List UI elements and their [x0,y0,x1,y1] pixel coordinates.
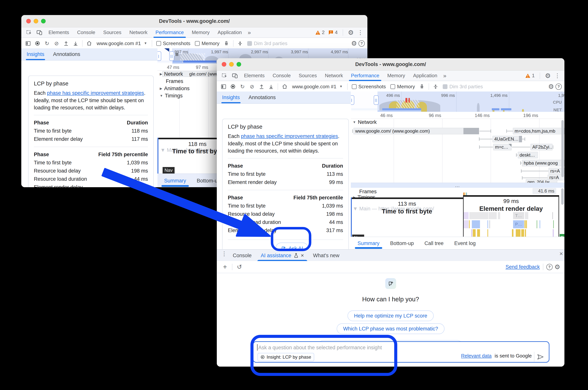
window-controls[interactable] [222,62,241,67]
flame-segment[interactable] [487,220,488,228]
selection-handle-left[interactable]: | [351,95,354,105]
help-icon[interactable]: ? [546,264,553,270]
issues-badge[interactable]: 4 [328,30,338,35]
tab-summary[interactable]: Summary [358,237,380,249]
tab-application[interactable]: Application [214,27,246,38]
tab-network[interactable]: Network [125,27,151,38]
window-titlebar[interactable]: DevTools - www.google.com/ [21,15,367,27]
subtab-insights[interactable]: Insights [222,92,240,103]
settings-gear-icon[interactable]: ⚙ [348,29,354,36]
help-icon[interactable]: ? [359,40,365,47]
subtab-annotations[interactable]: Annotations [53,48,80,60]
tab-memory[interactable]: Memory [188,27,214,38]
screenshots-checkbox[interactable]: Screenshots [155,41,192,47]
flame-segment[interactable] [521,229,524,237]
minimize-window-button[interactable] [34,19,38,23]
more-tabs-icon[interactable]: » [246,27,253,38]
collapse-rows-icon[interactable] [236,39,244,47]
new-chat-icon[interactable]: + [221,263,229,271]
lcp-by-phase-card[interactable]: LCP by phase Each phase has specific imp… [222,119,349,259]
flame-segment[interactable] [469,212,488,219]
tab-sources[interactable]: Sources [99,27,125,38]
close-tab-icon[interactable]: × [301,252,304,258]
home-icon[interactable] [85,39,93,47]
tab-elements[interactable]: Elements [45,27,73,38]
tab-event-log[interactable]: Event log [454,237,476,249]
network-request-bar[interactable]: 4UaGrEN… [493,136,522,142]
close-drawer-icon[interactable]: × [557,250,564,258]
improvement-strategies-link[interactable]: phase has specific improvement strategie… [47,90,144,96]
flame-segment[interactable] [525,220,526,228]
reload-record-icon[interactable]: ↻ [238,83,246,91]
flame-segment[interactable] [512,229,513,237]
home-icon[interactable] [281,83,289,91]
tab-bottom-up[interactable]: Bottom-up [390,237,414,249]
improvement-strategies-link[interactable]: phase has specific improvement strategie… [241,133,338,139]
flame-segment[interactable] [477,229,480,237]
network-request-bar[interactable]: m=c… [493,144,512,150]
reload-record-icon[interactable]: ↻ [43,39,51,47]
tab-performance[interactable]: Performance [347,71,383,81]
selection-handle-right[interactable]: || [374,95,379,105]
flame-segment[interactable] [553,220,554,228]
subtab-insights[interactable]: Insights [27,48,44,60]
help-icon[interactable]: ? [555,84,562,90]
timeline-overview[interactable]: | || 496 ms 996 ms 1,496 ms 1,996 CPU NE… [351,92,564,112]
save-profile-icon[interactable] [267,83,275,91]
window-titlebar[interactable]: DevTools - www.google.com/ [217,58,564,71]
flame-segment-task[interactable]: T… [513,212,524,219]
flame-segment[interactable] [525,212,528,219]
more-tabs-icon[interactable]: » [441,71,449,81]
record-icon[interactable] [229,83,237,91]
flame-segment[interactable] [525,229,526,237]
flame-segment[interactable] [489,212,497,219]
drawer-tab-console[interactable]: Console [228,250,256,261]
track-network[interactable]: ▶Network [160,71,183,77]
flame-segment[interactable] [464,220,469,228]
selection-handle-left[interactable]: | [157,51,161,61]
tab-memory[interactable]: Memory [383,71,409,81]
flame-segment[interactable] [537,220,537,228]
network-request-bar[interactable]: www.google.com/ (www.google.com) [354,128,479,134]
network-request-bar[interactable]: m=cdos,hsm,jsa,mb [513,128,564,134]
tab-performance[interactable]: Performance [152,27,188,38]
flame-segment[interactable] [469,220,470,228]
history-select[interactable]: www.google.com #1 ▼ [95,41,149,47]
flame-segment[interactable] [487,229,488,237]
drawer-tab-ai-assistance[interactable]: AI assistance × [256,250,309,261]
ai-question-input[interactable]: Ask a question about the selected perfor… [253,341,549,363]
expand-arrow-icon[interactable]: ▶ [160,72,162,76]
clear-icon[interactable]: ⊘ [52,39,60,47]
history-select[interactable]: www.google.com #1 ▼ [290,84,345,90]
suggestion-chip-problematic-phase[interactable]: Which LCP phase was most problematic? [337,323,445,334]
more-options-icon[interactable]: ⋮ [554,72,560,79]
window-controls[interactable] [26,19,46,23]
devtools-window-front[interactable]: DevTools - www.google.com/ Elements Cons… [217,58,564,367]
collapse-arrow-icon[interactable]: ▼ [353,120,356,124]
drawer-menu-icon[interactable]: ⋮ [220,250,228,258]
flame-segment[interactable] [540,220,540,228]
more-options-icon[interactable]: ⋮ [358,29,363,36]
dim-third-parties-checkbox[interactable]: Dim 3rd parties [441,84,484,90]
flame-segment[interactable] [471,229,472,237]
inspect-icon[interactable] [24,27,34,38]
network-request-bar[interactable]: AF2bZyi… [531,144,552,150]
tab-call-tree[interactable]: Call tree [424,237,444,249]
clear-icon[interactable]: ⊘ [248,83,256,91]
history-icon[interactable]: ↺ [235,263,243,271]
overview-selection[interactable] [351,92,377,112]
save-profile-icon[interactable] [72,39,80,47]
tab-console[interactable]: Console [269,71,295,81]
drawer-tab-whats-new[interactable]: What's new [309,250,344,261]
flame-segment[interactable] [552,212,553,219]
dim-third-parties-checkbox[interactable]: Dim 3rd parties [246,41,289,47]
relevant-data-link[interactable]: Relevant data [461,353,491,359]
tab-elements[interactable]: Elements [240,71,269,81]
tab-network[interactable]: Network [321,71,347,81]
settings-gear-icon[interactable]: ⚙ [351,40,357,47]
zoom-window-button[interactable] [237,62,241,67]
flame-segment[interactable] [516,229,520,237]
lcp-by-phase-card[interactable]: LCP by phase Each phase has specific imp… [28,76,154,187]
flame-segment[interactable] [498,212,500,219]
minimize-window-button[interactable] [229,62,234,67]
